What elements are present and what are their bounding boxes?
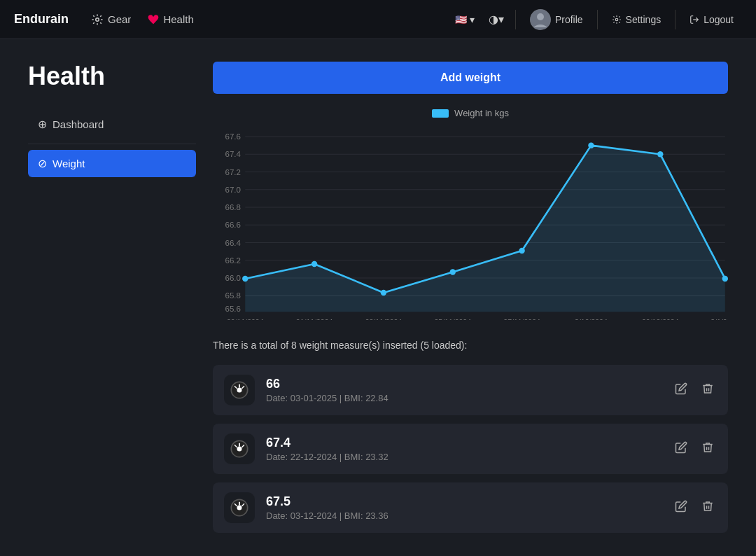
sidebar-item-weight[interactable]: ⊘ Weight — [28, 150, 196, 177]
weight-info-0: 66 Date: 03-01-2025 | BMI: 22.84 — [266, 377, 661, 403]
avatar — [530, 9, 551, 30]
svg-point-3 — [615, 18, 618, 21]
theme-toggle[interactable]: ◑ ▾ — [483, 10, 510, 29]
svg-text:20/11/2024: 20/11/2024 — [227, 318, 264, 320]
chart-point — [450, 269, 456, 274]
svg-text:66.0: 66.0 — [225, 274, 240, 282]
add-weight-button[interactable]: Add weight — [213, 62, 728, 94]
edit-icon-2 — [675, 500, 687, 513]
trash-icon — [701, 382, 714, 395]
page-title: Health — [28, 62, 196, 91]
svg-text:65.8: 65.8 — [225, 291, 240, 300]
nav-health-link[interactable]: Health — [148, 13, 193, 25]
svg-text:21/11/2024: 21/11/2024 — [296, 318, 333, 320]
settings-icon — [612, 15, 622, 25]
svg-text:66.8: 66.8 — [225, 203, 240, 211]
theme-icon: ◑ — [489, 13, 498, 26]
legend-color-swatch — [432, 109, 449, 118]
logout-icon — [690, 15, 699, 25]
svg-text:66.6: 66.6 — [225, 221, 240, 229]
nav-gear-link[interactable]: Gear — [91, 13, 131, 26]
heart-nav-icon — [148, 14, 159, 25]
sidebar-item-dashboard[interactable]: ⊕ Dashboard — [28, 111, 196, 138]
theme-dropdown-icon: ▾ — [498, 13, 504, 26]
weight-entry-icon-2 — [224, 492, 255, 523]
delete-button-0[interactable] — [699, 380, 717, 401]
delete-button-2[interactable] — [699, 497, 717, 519]
svg-text:25/11/2024: 25/11/2024 — [434, 318, 471, 320]
svg-text:3/1/2025: 3/1/2025 — [710, 318, 728, 320]
weight-value-1: 67.4 — [266, 436, 661, 450]
edit-icon — [675, 382, 687, 395]
navbar: Endurain Gear Health 🇺🇸 ▾ ◑ ▾ — [0, 0, 756, 39]
trash-icon-2 — [701, 500, 714, 513]
edit-button-0[interactable] — [672, 380, 690, 401]
weight-entry-icon-1 — [224, 433, 255, 464]
nav-divider-2 — [597, 10, 598, 29]
svg-text:67.2: 67.2 — [225, 168, 240, 176]
sidebar-dashboard-label: Dashboard — [52, 118, 104, 130]
chart-point — [588, 142, 594, 148]
chart-point — [242, 276, 248, 282]
svg-point-40 — [237, 447, 242, 452]
svg-point-2 — [537, 13, 544, 20]
content-area: Add weight Weight in kgs 67.6 67.4 67.2 … — [196, 62, 728, 541]
weight-info-1: 67.4 Date: 22-12-2024 | BMI: 23.32 — [266, 436, 661, 462]
chart-legend: Weight in kgs — [213, 108, 728, 118]
sidebar-divider — [28, 144, 196, 144]
sidebar: Health ⊕ Dashboard ⊘ Weight — [28, 62, 196, 541]
weight-meta-2: Date: 03-12-2024 | BMI: 23.36 — [266, 510, 661, 521]
chart-point — [519, 248, 524, 253]
edit-button-2[interactable] — [672, 497, 690, 519]
nav-divider — [515, 10, 516, 29]
nav-right: 🇺🇸 ▾ ◑ ▾ Profile Settings — [449, 5, 742, 34]
chart-point — [312, 261, 317, 267]
profile-label: Profile — [555, 14, 583, 25]
settings-button[interactable]: Settings — [603, 10, 670, 29]
svg-text:67.6: 67.6 — [225, 132, 240, 141]
logout-label: Logout — [704, 14, 734, 25]
main-layout: Health ⊕ Dashboard ⊘ Weight Add weight W… — [0, 39, 756, 556]
scale-icon — [230, 380, 249, 400]
weight-entry-icon — [224, 375, 255, 405]
weight-entry-0: 66 Date: 03-01-2025 | BMI: 22.84 — [213, 365, 728, 415]
svg-point-45 — [237, 506, 242, 510]
brand-logo: Endurain — [14, 12, 69, 27]
edit-button-1[interactable] — [672, 438, 690, 460]
gear-nav-icon — [91, 13, 104, 26]
flag-dropdown-icon: ▾ — [470, 14, 475, 25]
delete-button-1[interactable] — [699, 438, 717, 460]
language-selector[interactable]: 🇺🇸 ▾ — [449, 11, 480, 28]
edit-icon-1 — [675, 441, 687, 454]
weight-value-0: 66 — [266, 377, 661, 391]
trash-icon-1 — [701, 441, 714, 454]
scale-icon-2 — [230, 498, 249, 517]
svg-point-35 — [237, 388, 242, 393]
weight-icon: ⊘ — [38, 157, 47, 170]
svg-point-0 — [96, 18, 99, 21]
weight-actions-2 — [672, 497, 717, 519]
logout-button[interactable]: Logout — [681, 10, 742, 29]
avatar-image — [530, 9, 551, 30]
svg-text:65.6: 65.6 — [225, 305, 240, 313]
svg-text:67.4: 67.4 — [225, 150, 241, 158]
weight-chart: 67.6 67.4 67.2 67.0 66.8 66.6 66.4 66.2 … — [213, 124, 728, 320]
weight-entry-1: 67.4 Date: 22-12-2024 | BMI: 23.32 — [213, 424, 728, 474]
svg-text:67.0: 67.0 — [225, 186, 240, 194]
weight-info-2: 67.5 Date: 03-12-2024 | BMI: 23.36 — [266, 494, 661, 521]
svg-text:22/12/2024: 22/12/2024 — [642, 318, 679, 320]
chart-point — [657, 151, 663, 157]
chart-point — [381, 290, 386, 296]
svg-text:66.4: 66.4 — [225, 239, 241, 247]
flag-icon: 🇺🇸 — [455, 14, 467, 25]
scale-icon-1 — [230, 439, 249, 459]
settings-label: Settings — [626, 14, 662, 25]
weight-actions-1 — [672, 438, 717, 460]
legend-label: Weight in kgs — [454, 108, 509, 118]
summary-text: There is a total of 8 weight measure(s) … — [213, 340, 728, 351]
weight-meta-0: Date: 03-01-2025 | BMI: 22.84 — [266, 393, 661, 403]
profile-button[interactable]: Profile — [522, 5, 592, 34]
nav-divider-3 — [675, 10, 676, 29]
weight-entry-2: 67.5 Date: 03-12-2024 | BMI: 23.36 — [213, 482, 728, 533]
chart-point — [722, 276, 728, 282]
